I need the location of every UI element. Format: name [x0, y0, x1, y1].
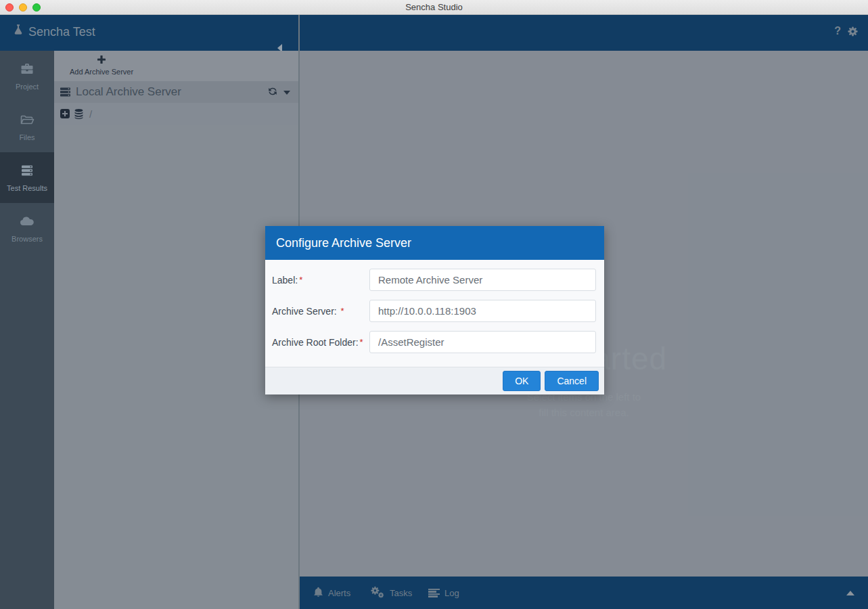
folder-icon: [20, 113, 35, 129]
status-bar: Alerts Tasks: [300, 577, 868, 609]
dialog-body: Label:* Archive Server: * Archive Root F…: [265, 260, 604, 367]
label-field-label: Label:*: [272, 275, 369, 286]
window-title: Sencha Studio: [0, 2, 868, 12]
bell-icon: [313, 587, 323, 600]
sidebar-item-files[interactable]: Files: [0, 102, 54, 152]
expand-panel-icon[interactable]: [846, 591, 854, 595]
archive-root-folder-field-label: Archive Root Folder:*: [272, 337, 369, 348]
cloud-icon: [19, 215, 35, 231]
status-item-label: Tasks: [390, 588, 412, 598]
macos-titlebar: Sencha Studio: [0, 0, 868, 15]
dialog-footer: OK Cancel: [265, 367, 604, 394]
gears-icon: [371, 586, 385, 600]
archive-root-folder-input[interactable]: [369, 331, 596, 353]
status-item-tasks[interactable]: Tasks: [371, 577, 412, 609]
configure-archive-server-dialog: Configure Archive Server Label:* Archive…: [265, 226, 604, 394]
help-icon[interactable]: ?: [834, 25, 841, 37]
sidebar-item-test-results[interactable]: Test Results: [0, 152, 54, 203]
dialog-title: Configure Archive Server: [276, 236, 411, 250]
label-input[interactable]: [369, 269, 596, 291]
archive-server-field-label: Archive Server: *: [272, 306, 369, 317]
field-row-archive-server: Archive Server: *: [272, 300, 597, 322]
field-label-text: Archive Root Folder:: [272, 337, 359, 348]
log-lines-icon: [428, 589, 440, 597]
status-item-label: Alerts: [328, 588, 350, 598]
app-header: Sencha Test ?: [0, 15, 868, 51]
status-item-label: Log: [444, 588, 459, 598]
sidebar-item-label: Test Results: [7, 184, 47, 192]
required-asterisk: *: [299, 275, 302, 285]
sidebar-item-label: Project: [16, 83, 39, 91]
sidebar-item-label: Browsers: [12, 235, 43, 243]
status-item-alerts[interactable]: Alerts: [313, 577, 350, 609]
cancel-button[interactable]: Cancel: [545, 371, 599, 391]
server-icon: [20, 164, 35, 180]
sidebar-item-browsers[interactable]: Browsers: [0, 203, 54, 254]
dialog-header[interactable]: Configure Archive Server: [265, 226, 604, 260]
field-row-archive-root-folder: Archive Root Folder:*: [272, 331, 597, 353]
app-title: Sencha Test: [28, 25, 95, 39]
field-row-label: Label:*: [272, 269, 597, 291]
modal-mask: [54, 51, 298, 609]
flask-icon: [12, 24, 24, 39]
required-asterisk: *: [341, 306, 344, 316]
briefcase-icon: [20, 62, 35, 78]
ok-button[interactable]: OK: [503, 371, 541, 391]
field-label-text: Label:: [272, 275, 298, 286]
sidebar-item-label: Files: [19, 133, 35, 141]
gear-icon[interactable]: [847, 26, 859, 40]
left-icon-rail: Project Files Test Results Browsers: [0, 51, 54, 609]
archive-server-input[interactable]: [369, 300, 596, 322]
field-label-text: Archive Server:: [272, 306, 340, 317]
required-asterisk: *: [360, 337, 363, 347]
status-item-log[interactable]: Log: [428, 577, 459, 609]
sidebar-item-project[interactable]: Project: [0, 51, 54, 102]
